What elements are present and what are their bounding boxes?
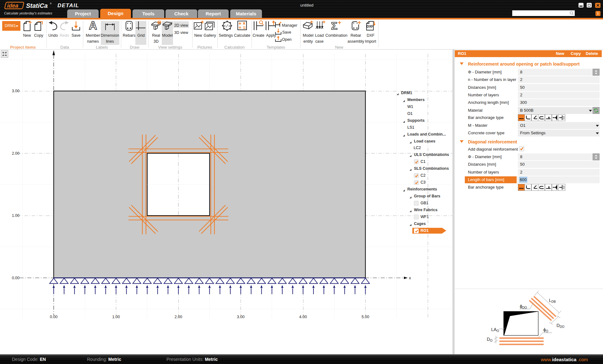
svg-text:0.00: 0.00: [12, 276, 19, 280]
svg-text:1.00: 1.00: [12, 213, 19, 218]
svg-text:0.00: 0.00: [50, 315, 57, 319]
svg-text:DO: DO: [487, 337, 492, 342]
svg-text:DXF: DXF: [367, 24, 373, 28]
svg-text:idea: idea: [6, 2, 19, 9]
svg-text:</>: </>: [223, 24, 231, 29]
svg-text:®: ®: [50, 3, 52, 5]
svg-text:DDO: DDO: [557, 323, 564, 329]
svg-text:A: A: [89, 20, 97, 31]
svg-text:2.00: 2.00: [12, 151, 19, 156]
svg-text:4.00: 4.00: [299, 315, 307, 319]
svg-text:5.00: 5.00: [361, 315, 369, 319]
svg-text:2.00: 2.00: [175, 315, 182, 319]
svg-text:x: x: [409, 276, 411, 280]
svg-text:1.00: 1.00: [112, 315, 120, 319]
svg-text:Σ: Σ: [331, 21, 337, 31]
svg-text:StatiCa: StatiCa: [26, 2, 48, 9]
svg-text:3.00: 3.00: [237, 315, 244, 319]
svg-text:ϕDO: ϕDO: [520, 304, 527, 309]
svg-text:3.00: 3.00: [12, 89, 19, 93]
svg-text:ϕO: ϕO: [543, 327, 548, 333]
svg-text:LAO: LAO: [491, 327, 499, 333]
svg-text:LDB: LDB: [549, 298, 556, 303]
